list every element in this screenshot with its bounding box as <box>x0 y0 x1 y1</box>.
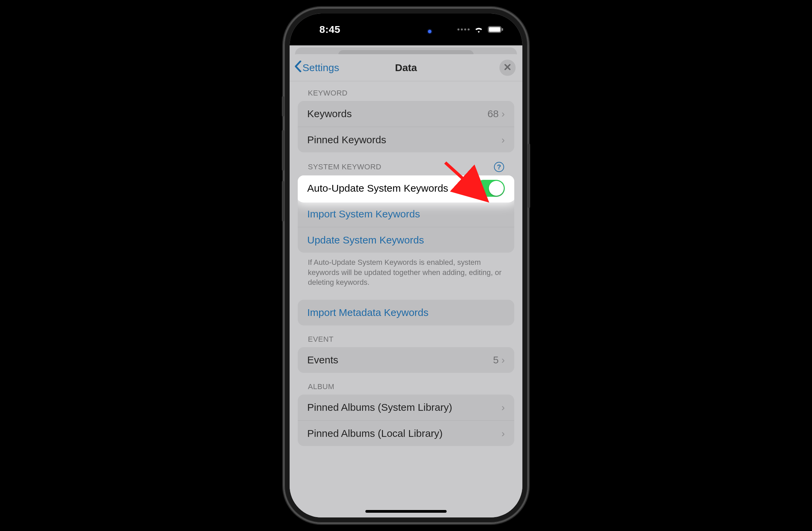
chevron-right-icon: › <box>502 402 505 413</box>
row-label: Auto-Update System Keywords <box>307 183 475 194</box>
row-label: Import Metadata Keywords <box>307 307 505 318</box>
row-update-system-keywords[interactable]: Update System Keywords <box>298 227 514 253</box>
page-title: Data <box>395 62 417 73</box>
row-import-system-keywords[interactable]: Import System Keywords <box>298 201 514 227</box>
row-import-metadata-keywords[interactable]: Import Metadata Keywords <box>298 300 514 325</box>
battery-icon <box>488 26 504 33</box>
row-label: Update System Keywords <box>307 234 505 246</box>
phone-power-button <box>528 143 530 208</box>
dynamic-island <box>367 22 445 41</box>
phone-frame: 8:45 <box>284 8 528 523</box>
group-metadata: Import Metadata Keywords <box>298 300 514 325</box>
back-label: Settings <box>303 62 339 73</box>
row-value: 68 <box>488 108 499 120</box>
close-button[interactable] <box>499 60 516 76</box>
chevron-right-icon: › <box>502 354 505 366</box>
row-events[interactable]: Events 5 › <box>298 347 514 373</box>
row-label: Pinned Albums (Local Library) <box>307 428 502 439</box>
status-time: 8:45 <box>319 24 340 35</box>
row-auto-update-system-keywords[interactable]: Auto-Update System Keywords <box>298 176 514 201</box>
svg-rect-1 <box>489 27 501 32</box>
screen: 8:45 <box>290 14 522 517</box>
phone-volume-down <box>282 181 284 222</box>
group-keyword: Keywords 68 › Pinned Keywords › <box>298 101 514 152</box>
phone-volume-up <box>282 130 284 171</box>
chevron-left-icon <box>294 61 302 74</box>
chevron-right-icon: › <box>502 108 505 120</box>
phone-side-button <box>282 96 284 116</box>
settings-sheet: Settings Data KEYWORD Keywords 68 <box>290 54 522 517</box>
row-pinned-albums-local[interactable]: Pinned Albums (Local Library) › <box>298 420 514 446</box>
svg-rect-2 <box>502 28 503 31</box>
back-button[interactable]: Settings <box>294 54 339 81</box>
system-keyword-footer: If Auto-Update System Keywords is enable… <box>298 253 514 289</box>
cellular-icon <box>458 28 469 30</box>
row-keywords[interactable]: Keywords 68 › <box>298 101 514 127</box>
chevron-right-icon: › <box>502 134 505 145</box>
auto-update-toggle[interactable] <box>475 180 505 197</box>
row-label: Pinned Albums (System Library) <box>307 402 502 413</box>
group-event: Events 5 › <box>298 347 514 373</box>
row-pinned-albums-system[interactable]: Pinned Albums (System Library) › <box>298 394 514 420</box>
section-header-system-keyword: SYSTEM KEYWORD ? <box>298 152 514 176</box>
nav-bar: Settings Data <box>290 54 522 81</box>
section-header-event: EVENT <box>298 325 514 347</box>
wifi-icon <box>474 26 484 33</box>
row-label: Pinned Keywords <box>307 134 502 145</box>
row-value: 5 <box>493 354 499 366</box>
row-label: Import System Keywords <box>307 208 505 220</box>
row-label: Keywords <box>307 108 488 120</box>
section-header-album: ALBUM <box>298 373 514 394</box>
toggle-knob <box>489 181 504 196</box>
content-scroll[interactable]: KEYWORD Keywords 68 › Pinned Keywords › <box>290 81 522 517</box>
section-header-keyword: KEYWORD <box>298 81 514 101</box>
close-icon <box>504 62 511 73</box>
row-pinned-keywords[interactable]: Pinned Keywords › <box>298 127 514 152</box>
group-album: Pinned Albums (System Library) › Pinned … <box>298 394 514 446</box>
help-icon[interactable]: ? <box>494 162 504 172</box>
group-system-keyword: Auto-Update System Keywords Import Syste… <box>298 176 514 253</box>
chevron-right-icon: › <box>502 428 505 439</box>
row-label: Events <box>307 354 493 366</box>
home-indicator[interactable] <box>365 510 447 513</box>
